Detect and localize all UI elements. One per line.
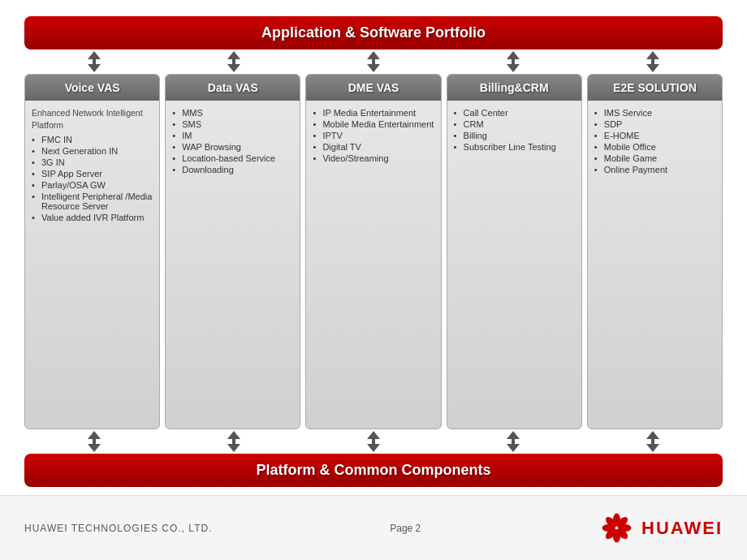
- page: Application & Software Portfolio: [0, 0, 747, 560]
- arrow-cell-3: [304, 50, 443, 74]
- list-item: Billing: [454, 130, 575, 141]
- footer-brand: HUAWEI: [598, 510, 723, 546]
- arrow-down-icon: [507, 64, 520, 72]
- list-item: CRM: [454, 118, 575, 130]
- voice-vas-list: FMC IN Next Generation IN 3G IN SIP App …: [32, 134, 153, 223]
- e2e-title: E2E SOLUTION: [613, 81, 697, 94]
- arrow-down-icon: [367, 444, 380, 452]
- arrow-up-icon: [227, 431, 240, 439]
- list-item: Intelligent Peripheral /Media Resource S…: [32, 191, 153, 212]
- double-arrow-2: [227, 51, 240, 72]
- arrow-up-icon: [227, 51, 240, 59]
- list-item: Online Payment: [594, 164, 715, 175]
- arrow-up-icon: [646, 431, 659, 439]
- double-arrow-4: [507, 51, 520, 72]
- list-item: MMS: [172, 107, 293, 118]
- voice-vas-body: Enhanced Network Intelligent Platform FM…: [25, 101, 159, 429]
- double-arrow-5: [646, 51, 659, 72]
- column-voice-vas: Voice VAS Enhanced Network Intelligent P…: [24, 74, 160, 429]
- billing-crm-list: Call Center CRM Billing Subscriber Line …: [454, 107, 575, 153]
- data-vas-header: Data VAS: [166, 75, 300, 101]
- huawei-flower-icon: [598, 510, 635, 546]
- list-item: IMS Service: [594, 107, 715, 118]
- arrow-down-icon: [507, 444, 520, 452]
- arrow-up-icon: [507, 431, 520, 439]
- bottom-banner: Platform & Common Components: [24, 454, 723, 487]
- arrow-cell-b3: [304, 429, 443, 454]
- list-item: SIP App Server: [32, 168, 153, 179]
- list-item: SDP: [594, 118, 715, 130]
- page-number: Page 2: [390, 523, 421, 534]
- dme-vas-header: DME VAS: [306, 75, 440, 101]
- arrow-down-icon: [367, 64, 380, 72]
- column-e2e: E2E SOLUTION IMS Service SDP E-HOME Mobi…: [587, 74, 723, 429]
- footer: HUAWEI TECHNOLOGIES CO., LTD. Page 2: [0, 495, 747, 560]
- billing-crm-title: Billing&CRM: [480, 81, 549, 94]
- arrow-cell-b1: [24, 429, 164, 454]
- list-item: Call Center: [454, 107, 575, 118]
- double-arrow-b2: [227, 431, 240, 452]
- list-item: Mobile Game: [594, 153, 715, 164]
- top-banner-title: Application & Software Portfolio: [261, 24, 486, 41]
- dme-vas-list: IP Media Entertainment Mobile Media Ente…: [313, 107, 434, 164]
- data-vas-list: MMS SMS IM WAP Browsing Location-based S…: [172, 107, 293, 175]
- voice-vas-title: Voice VAS: [65, 81, 120, 94]
- arrow-cell-1: [24, 50, 164, 74]
- e2e-list: IMS Service SDP E-HOME Mobile Office Mob…: [594, 107, 715, 175]
- columns-row: Voice VAS Enhanced Network Intelligent P…: [24, 74, 723, 429]
- column-billing-crm: Billing&CRM Call Center CRM Billing Subs…: [447, 74, 582, 429]
- arrow-down-icon: [88, 64, 101, 72]
- arrow-cell-5: [583, 50, 723, 74]
- bottom-banner-title: Platform & Common Components: [256, 462, 490, 478]
- main-content: Application & Software Portfolio: [0, 0, 747, 495]
- voice-vas-header: Voice VAS: [25, 75, 159, 101]
- list-item: Subscriber Line Testing: [454, 141, 575, 153]
- billing-crm-body: Call Center CRM Billing Subscriber Line …: [447, 101, 581, 429]
- dme-vas-title: DME VAS: [348, 81, 399, 94]
- double-arrow-b3: [367, 431, 380, 452]
- list-item: Digital TV: [313, 141, 434, 153]
- list-item: Downloading: [172, 164, 293, 175]
- double-arrow-1: [88, 51, 101, 72]
- list-item: IPTV: [313, 130, 434, 141]
- company-name: HUAWEI TECHNOLOGIES CO., LTD.: [24, 523, 212, 534]
- arrow-cell-b2: [164, 429, 304, 454]
- list-item: FMC IN: [32, 134, 153, 145]
- data-vas-body: MMS SMS IM WAP Browsing Location-based S…: [166, 101, 300, 429]
- list-item: Next Generation IN: [32, 145, 153, 157]
- arrow-cell-4: [443, 50, 583, 74]
- double-arrow-b5: [646, 431, 659, 452]
- arrow-up-icon: [88, 431, 101, 439]
- arrow-cell-b5: [583, 429, 723, 454]
- arrow-down-icon: [227, 64, 240, 72]
- e2e-header: E2E SOLUTION: [588, 75, 722, 101]
- double-arrow-b4: [507, 431, 520, 452]
- list-item: 3G IN: [32, 157, 153, 168]
- list-item: Parlay/OSA GW: [32, 179, 153, 191]
- arrow-cell-b4: [443, 429, 583, 454]
- list-item: Mobile Office: [594, 141, 715, 153]
- dme-vas-body: IP Media Entertainment Mobile Media Ente…: [306, 101, 440, 429]
- huawei-logo: HUAWEI: [598, 510, 723, 546]
- arrow-up-icon: [646, 51, 659, 59]
- list-item: Value added IVR Platform: [32, 212, 153, 223]
- column-data-vas: Data VAS MMS SMS IM WAP Browsing Locatio…: [165, 74, 300, 429]
- arrow-cell-2: [164, 50, 304, 74]
- arrow-down-icon: [227, 444, 240, 452]
- list-item: Mobile Media Entertainment: [313, 118, 434, 130]
- voice-vas-subtext: Enhanced Network Intelligent Platform: [32, 107, 153, 131]
- arrow-down-icon: [88, 444, 101, 452]
- list-item: WAP Browsing: [172, 141, 293, 153]
- list-item: E-HOME: [594, 130, 715, 141]
- list-item: Location-based Service: [172, 153, 293, 164]
- list-item: IP Media Entertainment: [313, 107, 434, 118]
- e2e-body: IMS Service SDP E-HOME Mobile Office Mob…: [588, 101, 722, 429]
- data-vas-title: Data VAS: [208, 81, 258, 94]
- top-banner: Application & Software Portfolio: [24, 16, 723, 50]
- arrow-down-icon: [646, 444, 659, 452]
- arrow-down-icon: [646, 64, 659, 72]
- double-arrow-b1: [88, 431, 101, 452]
- list-item: Video/Streaming: [313, 153, 434, 164]
- arrow-up-icon: [367, 431, 380, 439]
- arrow-up-icon: [367, 51, 380, 59]
